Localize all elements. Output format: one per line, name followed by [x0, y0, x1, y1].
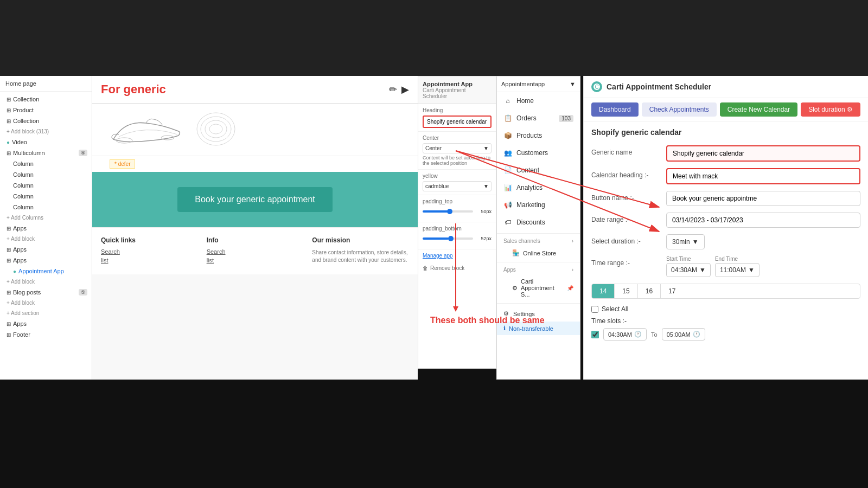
calendar-heading-row: Calendar heading :-	[591, 168, 860, 184]
time-range-label: Time range :-	[591, 256, 662, 267]
nav-customers[interactable]: 👥 Customers	[497, 144, 580, 162]
middle-header-title: Appointment App	[423, 81, 492, 87]
appointment-button[interactable]: Book your generic appointment	[177, 187, 332, 212]
date-tabs: 14 15 16 17	[591, 284, 860, 299]
footer-link-search1[interactable]: Search	[101, 248, 198, 255]
nav-discounts[interactable]: 🏷 Discounts	[497, 214, 580, 231]
remove-block-btn[interactable]: 🗑 Remove block	[418, 262, 496, 274]
generic-name-input[interactable]	[666, 145, 860, 162]
timeslot-checkbox[interactable]	[591, 331, 599, 338]
date-tab-17[interactable]: 17	[661, 284, 683, 298]
add-columns[interactable]: + Add Columns	[0, 213, 92, 223]
heading-input[interactable]	[423, 115, 492, 128]
heading-label: Heading	[423, 107, 492, 113]
tab-create-calendar[interactable]: Create New Calendar	[720, 102, 797, 117]
sidebar-item-video[interactable]: ● Video	[0, 137, 92, 147]
sidebar-item-footer[interactable]: ⊞ Footer	[0, 329, 92, 340]
nav-products[interactable]: 📦 Products	[497, 127, 580, 144]
date-range-row: Date range :-	[591, 213, 860, 228]
date-tab-16[interactable]: 16	[638, 284, 661, 298]
content-icon: 📄	[503, 166, 512, 175]
cadmium-select[interactable]: cadmblue ▼	[423, 181, 492, 191]
footer-link-list1[interactable]: list	[101, 257, 198, 264]
carti-app-icon: ⚙	[512, 285, 518, 292]
add-block-appt[interactable]: + Add block	[0, 277, 92, 287]
center-hint: Content will be set according to the sel…	[423, 155, 492, 166]
sidebar-item-col5[interactable]: Column	[0, 202, 92, 213]
footer-col-quick-links: Quick links Search list	[101, 236, 198, 266]
date-tab-15[interactable]: 15	[615, 284, 637, 298]
sidebar-item-collection1[interactable]: ⊞ Collection	[0, 94, 92, 105]
add-block-blog[interactable]: + Add block	[0, 298, 92, 308]
button-name-label: Button name :-	[591, 191, 662, 202]
nav-orders[interactable]: 📋 Orders 103	[497, 110, 580, 127]
date-tab-14[interactable]: 14	[592, 284, 615, 298]
center-field-group: Center Center ▼ Content will be set acco…	[418, 132, 496, 170]
yellow-label: yellow	[423, 173, 492, 179]
date-range-input[interactable]	[666, 213, 860, 228]
middle-header-sub: Carti Appointment Scheduler	[423, 87, 492, 99]
select-all-label: Select All	[602, 305, 628, 313]
nav-home[interactable]: ⌂ Home	[497, 92, 580, 110]
sidebar-item-multicolumn[interactable]: ⊞ Multicolumn ⑤	[0, 147, 92, 158]
manage-app-link[interactable]: Manage app	[418, 249, 496, 262]
sidebar-item-apps2[interactable]: ⊞ Apps	[0, 244, 92, 255]
footer-link-search2[interactable]: Search	[207, 248, 304, 255]
sidebar-item-col2[interactable]: Column	[0, 169, 92, 180]
nav-analytics[interactable]: 📊 Analytics	[497, 179, 580, 196]
sidebar-item-col4[interactable]: Column	[0, 191, 92, 202]
main-content: For generic ✏ ▶	[92, 76, 418, 380]
nav-marketing[interactable]: 📢 Marketing	[497, 196, 580, 214]
right-panel-header: C Carti Appointment Scheduler	[584, 76, 868, 98]
tab-slot-duration[interactable]: Slot duration ⚙	[801, 102, 860, 117]
nav-content[interactable]: 📄 Content	[497, 162, 580, 179]
footer-col2-title: Info	[207, 236, 304, 244]
sidebar-item-apps3[interactable]: ⊞ Apps	[0, 255, 92, 266]
duration-select[interactable]: 30min ▼	[666, 234, 705, 249]
add-section[interactable]: + Add section	[0, 308, 92, 318]
calendar-heading-input[interactable]	[666, 168, 860, 184]
duration-row: Select duration :- 30min ▼	[591, 234, 860, 249]
footer-link-list2[interactable]: list	[207, 257, 304, 264]
timeslot-row: 04:30AM 🕐 To 05:00AM 🕐	[591, 328, 860, 341]
sidebar-item-apps1[interactable]: ⊞ Apps	[0, 223, 92, 234]
nav-carti-app[interactable]: ⚙ Carti Appointment S... 📌	[497, 275, 580, 301]
add-block-313[interactable]: + Add block (313)	[0, 126, 92, 137]
sidebar-item-col3[interactable]: Column	[0, 180, 92, 191]
sales-channels-label: Sales channels ›	[497, 236, 580, 246]
select-all-checkbox[interactable]	[591, 306, 598, 313]
sidebar-item-blog[interactable]: ⊞ Blog posts ⑤	[0, 287, 92, 298]
timeslot-to[interactable]: 05:00AM 🕐	[662, 328, 705, 341]
button-name-input[interactable]	[666, 191, 860, 206]
left-panel: Collection Home page ⊞ Collection ⊞ Prod…	[0, 76, 92, 380]
header-tabs: Dashboard Check Appointments Create New …	[584, 98, 868, 121]
non-transferable-badge: ℹ Non-transferable	[497, 322, 580, 335]
padding-bottom-slider[interactable]: 52px	[423, 234, 492, 246]
customers-icon: 👥	[503, 149, 512, 157]
nav-online-store[interactable]: 🏪 Online Store	[497, 246, 580, 260]
app-selector[interactable]: Appointmentapp ▼	[497, 76, 580, 92]
clock-icon2: 🕐	[693, 331, 700, 338]
footer-mission-text: Share contact information, store details…	[312, 249, 407, 263]
end-time-select[interactable]: 11:00AM ▼	[715, 263, 760, 277]
button-name-row: Button name :-	[591, 191, 860, 206]
time-range-row: Time range :- Start Time 04:30AM ▼ End T…	[591, 256, 860, 277]
timeslot-from[interactable]: 04:30AM 🕐	[603, 328, 647, 341]
start-time-select[interactable]: 04:30AM ▼	[666, 263, 711, 277]
add-block-apps[interactable]: + Add block	[0, 234, 92, 244]
padding-top-slider[interactable]: 50px	[423, 207, 492, 219]
sidebar-item-appointment-app[interactable]: ● Appointment App	[0, 266, 92, 277]
center-select[interactable]: Center ▼	[423, 143, 492, 153]
defer-section: * defer	[92, 156, 418, 172]
nav-settings[interactable]: ⚙ Settings	[497, 306, 580, 322]
sidebar-item-col1[interactable]: Column	[0, 158, 92, 169]
sidebar-item-apps4[interactable]: ⊞ Apps	[0, 318, 92, 329]
sidebar-item-collection2[interactable]: ⊞ Collection	[0, 115, 92, 126]
shopify-nav: Appointmentapp ▼ ⌂ Home 📋 Orders 103 📦 P…	[496, 76, 580, 380]
sidebar-item-product[interactable]: ⊞ Product	[0, 105, 92, 115]
shoe-image	[101, 108, 188, 151]
tab-check-appointments[interactable]: Check Appointments	[642, 102, 717, 117]
discounts-icon: 🏷	[503, 218, 512, 227]
tab-dashboard[interactable]: Dashboard	[591, 102, 639, 117]
yellow-field-group: yellow cadmblue ▼	[418, 170, 496, 195]
